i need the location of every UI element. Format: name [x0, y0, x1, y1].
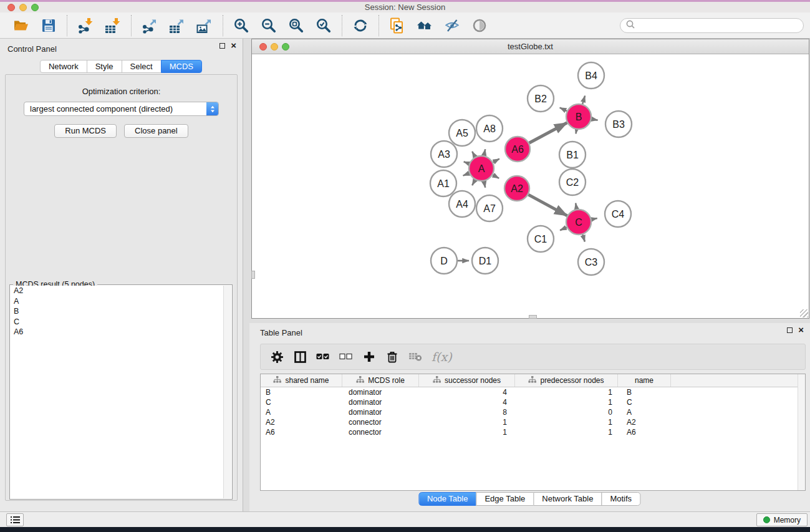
network-canvas[interactable]: B4B2BB3A5A8A6A3AB1A1C2A2A4A7CC4C1C3DD1 [252, 54, 809, 318]
zoom-fit-icon[interactable] [288, 17, 304, 34]
graph-node-A4[interactable]: A4 [449, 191, 475, 217]
mcds-result-item[interactable]: A2 [11, 286, 231, 296]
graph-edge-B-B4[interactable] [582, 96, 585, 104]
column-header-successor-nodes[interactable]: successor nodes [419, 374, 515, 387]
export-network-icon[interactable] [142, 17, 158, 34]
graph-edge-A-A6[interactable] [493, 159, 499, 163]
network-close-button[interactable] [259, 43, 267, 51]
graph-node-B1[interactable]: B1 [559, 142, 586, 168]
float-panel-icon[interactable] [219, 43, 225, 49]
memory-button[interactable]: Memory [756, 513, 808, 526]
result-list-scrollbar[interactable] [223, 286, 231, 498]
network-zoom-button[interactable] [282, 43, 289, 51]
tab-style[interactable]: Style [87, 60, 122, 73]
mcds-result-item[interactable]: A6 [11, 327, 231, 337]
graph-edge-B-B2[interactable] [560, 108, 567, 111]
close-panel-icon[interactable]: × [231, 42, 236, 49]
import-network-icon[interactable] [77, 17, 94, 34]
task-history-button[interactable] [6, 513, 24, 526]
graph-node-C3[interactable]: C3 [578, 249, 604, 275]
mcds-result-item[interactable]: B [11, 306, 231, 317]
graph-node-D1[interactable]: D1 [472, 248, 498, 274]
column-header-predecessor-nodes[interactable]: predecessor nodes [515, 374, 618, 387]
graph-node-C2[interactable]: C2 [559, 169, 586, 195]
graph-node-B[interactable]: B [566, 104, 591, 129]
clone-network-icon[interactable] [389, 17, 405, 34]
graph-edge-A-A2[interactable] [493, 175, 499, 178]
graph-node-A3[interactable]: A3 [431, 141, 457, 167]
close-table-panel-icon[interactable]: × [798, 327, 804, 333]
window-resize-grip[interactable] [800, 309, 808, 317]
attribute-settings-icon[interactable] [270, 350, 284, 364]
graph-node-D[interactable]: D [431, 248, 457, 274]
function-builder-icon[interactable]: f(x) [432, 350, 452, 364]
graph-edge-C-C2[interactable] [576, 203, 577, 210]
minimize-window-button[interactable] [19, 4, 27, 11]
mcds-result-item[interactable]: C [11, 317, 231, 327]
graph-node-A6[interactable]: A6 [505, 137, 530, 162]
left-scrollbar-grip[interactable] [251, 271, 255, 279]
column-header-name[interactable]: name [618, 374, 671, 387]
close-panel-button[interactable]: Close panel [124, 124, 188, 138]
graph-edge-B-B3[interactable] [592, 119, 598, 120]
tab-node-table[interactable]: Node Table [418, 492, 477, 506]
graph-node-B2[interactable]: B2 [528, 85, 554, 112]
criterion-select[interactable]: largest connected component (directed) [24, 102, 219, 116]
graph-node-C1[interactable]: C1 [528, 226, 554, 252]
column-layout-icon[interactable] [293, 350, 307, 364]
tab-select[interactable]: Select [122, 60, 162, 73]
export-table-icon[interactable] [169, 17, 185, 34]
export-image-icon[interactable] [196, 17, 213, 34]
table-row[interactable]: A2connector11A2 [261, 417, 805, 427]
graph-edge-A-A8[interactable] [484, 149, 485, 155]
show-all-icon[interactable] [471, 17, 488, 34]
zoom-in-icon[interactable] [233, 17, 249, 34]
mcds-result-item[interactable]: A [11, 296, 231, 307]
delete-table-icon[interactable] [408, 350, 422, 364]
table-row[interactable]: Adominator80A [261, 407, 805, 417]
graph-edge-A-A5[interactable] [472, 152, 475, 157]
graph-node-A5[interactable]: A5 [449, 120, 475, 146]
table-row[interactable]: A6connector11A6 [261, 427, 805, 437]
save-session-icon[interactable] [41, 17, 57, 34]
graph-node-B4[interactable]: B4 [578, 62, 604, 89]
network-minimize-button[interactable] [271, 43, 278, 51]
graph-edge-A-A4[interactable] [472, 180, 475, 185]
graph-node-A2[interactable]: A2 [504, 176, 529, 201]
graph-edge-C-C4[interactable] [592, 218, 597, 220]
graph-node-C4[interactable]: C4 [605, 201, 631, 227]
tab-network[interactable]: Network [40, 60, 87, 73]
zoom-selected-icon[interactable] [316, 17, 332, 34]
table-row[interactable]: Bdominator41B [261, 387, 805, 397]
graph-node-A8[interactable]: A8 [476, 115, 503, 142]
graph-node-A7[interactable]: A7 [476, 195, 503, 221]
network-window-titlebar[interactable]: testGlobe.txt [252, 39, 809, 54]
graph-edge-A2-C[interactable] [528, 195, 567, 216]
run-mcds-button[interactable]: Run MCDS [54, 124, 117, 138]
tab-mcds[interactable]: MCDS [161, 60, 202, 73]
refresh-network-icon[interactable] [352, 17, 369, 34]
first-neighbors-icon[interactable] [417, 17, 433, 34]
unselect-all-columns-icon[interactable] [339, 350, 353, 364]
graph-edge-B-B1[interactable] [576, 130, 577, 134]
hide-selected-icon[interactable] [444, 17, 460, 34]
column-header-MCDS-role[interactable]: MCDS role [342, 374, 419, 387]
graph-edge-A-A1[interactable] [463, 173, 470, 176]
open-file-icon[interactable] [13, 17, 29, 34]
graph-node-C[interactable]: C [566, 210, 591, 235]
import-table-icon[interactable] [105, 17, 121, 34]
graph-node-B3[interactable]: B3 [605, 111, 632, 137]
zoom-window-button[interactable] [31, 4, 39, 11]
select-all-columns-icon[interactable] [316, 350, 330, 364]
search-field[interactable] [620, 18, 804, 33]
close-window-button[interactable] [7, 4, 15, 11]
float-table-panel-icon[interactable] [787, 327, 793, 333]
graph-node-A1[interactable]: A1 [430, 170, 456, 196]
graph-edge-C-C1[interactable] [560, 228, 567, 231]
graph-edge-A-A7[interactable] [484, 181, 485, 188]
graph-node-A[interactable]: A [469, 156, 494, 181]
tab-motifs[interactable]: Motifs [601, 492, 640, 506]
table-scrollbar[interactable] [798, 374, 805, 490]
graph-edge-A-A3[interactable] [464, 162, 470, 163]
bottom-scrollbar-grip[interactable] [529, 315, 537, 319]
